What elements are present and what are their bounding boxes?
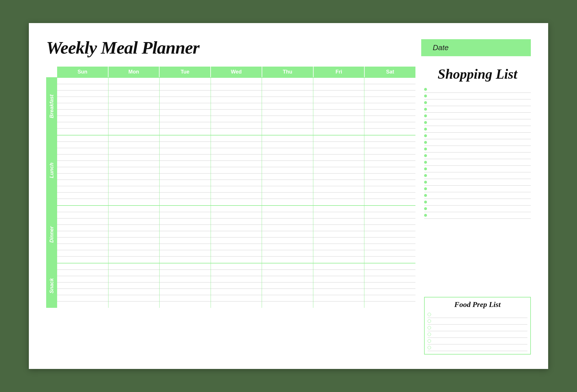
day-tue: Tue: [160, 67, 211, 77]
page-title: Weekly Meal Planner: [46, 37, 199, 58]
list-item[interactable]: [424, 133, 531, 139]
bullet-icon: [424, 101, 427, 104]
page: Weekly Meal Planner Date Sun Mon Tue Wed…: [29, 23, 548, 369]
circle-icon: [428, 333, 431, 336]
lunch-sat[interactable]: [364, 135, 415, 205]
dinner-sat[interactable]: [364, 206, 415, 263]
bullet-icon: [424, 181, 427, 184]
bullet-icon: [424, 174, 427, 177]
list-item[interactable]: [424, 119, 531, 126]
list-item[interactable]: [424, 113, 531, 119]
circle-icon: [428, 319, 431, 323]
circle-icon: [428, 346, 431, 349]
snack-wed[interactable]: [211, 263, 262, 308]
prep-item[interactable]: [428, 325, 527, 331]
list-item[interactable]: [424, 172, 531, 179]
bullet-icon: [424, 121, 427, 124]
lunch-tue[interactable]: [160, 135, 211, 205]
breakfast-grid: [57, 78, 415, 135]
list-item[interactable]: [424, 152, 531, 159]
snack-mon[interactable]: [108, 263, 160, 308]
list-item[interactable]: [424, 86, 531, 93]
bullet-icon: [424, 194, 427, 197]
date-box[interactable]: Date: [421, 39, 531, 56]
shopping-list-title: Shopping List: [424, 67, 531, 82]
prep-item[interactable]: [428, 338, 527, 344]
snack-label: Snack: [46, 263, 57, 308]
lunch-sun[interactable]: [57, 135, 108, 205]
list-item[interactable]: [424, 166, 531, 172]
bullet-icon: [424, 207, 427, 210]
dinner-wed[interactable]: [211, 206, 262, 263]
list-item[interactable]: [424, 99, 531, 106]
list-item[interactable]: [424, 146, 531, 152]
day-wed: Wed: [211, 67, 262, 77]
snack-grid: [57, 263, 415, 308]
prep-item[interactable]: [428, 311, 527, 318]
planner-grid: Sun Mon Tue Wed Thu Fri Sat Breakfast: [46, 67, 415, 355]
bullet-icon: [424, 141, 427, 144]
bullet-icon: [424, 114, 427, 117]
list-item[interactable]: [424, 206, 531, 212]
bullet-icon: [424, 148, 427, 150]
list-item[interactable]: [424, 192, 531, 199]
breakfast-thu[interactable]: [262, 78, 313, 135]
dinner-mon[interactable]: [108, 206, 160, 263]
snack-sun[interactable]: [57, 263, 108, 308]
food-prep-title: Food Prep List: [428, 300, 527, 309]
snack-thu[interactable]: [262, 263, 313, 308]
dinner-tue[interactable]: [160, 206, 211, 263]
breakfast-sat[interactable]: [364, 78, 415, 135]
day-mon: Mon: [108, 67, 160, 77]
lunch-fri[interactable]: [313, 135, 365, 205]
bullet-icon: [424, 214, 427, 217]
circle-icon: [428, 339, 431, 343]
day-sun: Sun: [57, 67, 108, 77]
list-item[interactable]: [424, 126, 531, 133]
breakfast-tue[interactable]: [160, 78, 211, 135]
bullet-icon: [424, 134, 427, 137]
breakfast-wed[interactable]: [211, 78, 262, 135]
lunch-label: Lunch: [46, 135, 57, 205]
bullet-icon: [424, 167, 427, 170]
bullet-icon: [424, 88, 427, 91]
shopping-list: [424, 86, 531, 293]
lunch-thu[interactable]: [262, 135, 313, 205]
list-item[interactable]: [424, 199, 531, 206]
bullet-icon: [424, 161, 427, 164]
lunch-mon[interactable]: [108, 135, 160, 205]
dinner-section: Dinner: [46, 205, 415, 263]
bullet-icon: [424, 95, 427, 97]
breakfast-mon[interactable]: [108, 78, 160, 135]
breakfast-section: Breakfast: [46, 77, 415, 135]
dinner-grid: [57, 206, 415, 263]
circle-icon: [428, 313, 431, 316]
dinner-fri[interactable]: [313, 206, 365, 263]
bullet-icon: [424, 108, 427, 111]
day-thu: Thu: [262, 67, 314, 77]
dinner-thu[interactable]: [262, 206, 313, 263]
snack-fri[interactable]: [313, 263, 365, 308]
lunch-section: Lunch: [46, 135, 415, 205]
list-item[interactable]: [424, 159, 531, 166]
list-item[interactable]: [424, 139, 531, 146]
breakfast-fri[interactable]: [313, 78, 365, 135]
dinner-label: Dinner: [46, 206, 57, 263]
list-item[interactable]: [424, 186, 531, 192]
prep-item[interactable]: [428, 318, 527, 325]
day-headers: Sun Mon Tue Wed Thu Fri Sat: [57, 67, 415, 77]
snack-sat[interactable]: [364, 263, 415, 308]
day-sat: Sat: [365, 67, 415, 77]
header: Weekly Meal Planner Date: [46, 37, 531, 58]
prep-item[interactable]: [428, 331, 527, 338]
list-item[interactable]: [424, 93, 531, 99]
list-item[interactable]: [424, 179, 531, 186]
list-item[interactable]: [424, 212, 531, 219]
dinner-sun[interactable]: [57, 206, 108, 263]
lunch-wed[interactable]: [211, 135, 262, 205]
bullet-icon: [424, 154, 427, 157]
snack-tue[interactable]: [160, 263, 211, 308]
breakfast-sun[interactable]: [57, 78, 108, 135]
prep-item[interactable]: [428, 344, 527, 351]
list-item[interactable]: [424, 106, 531, 113]
